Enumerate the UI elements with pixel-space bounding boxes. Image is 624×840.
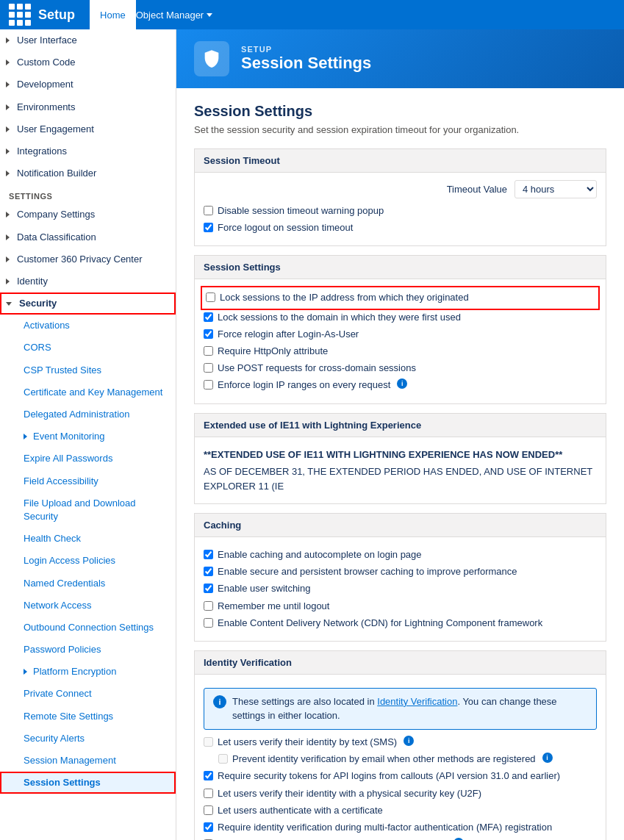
- ie11-header: Extended use of IE11 with Lightning Expe…: [194, 413, 606, 437]
- page-header-text: SETUP Session Settings: [241, 45, 371, 73]
- enable-user-switching-row: Enable user switching: [204, 582, 597, 595]
- enforce-ip-info-icon[interactable]: i: [397, 378, 407, 389]
- force-relogin-label: Force relogin after Login-As-User: [218, 328, 359, 341]
- remember-me-label: Remember me until logout: [218, 600, 329, 613]
- sidebar-item-activations[interactable]: Activations: [0, 315, 176, 337]
- enable-cdn-checkbox[interactable]: [204, 618, 213, 628]
- sidebar-item-user-engagement[interactable]: User Engagement: [0, 118, 176, 140]
- page-header-icon: [194, 41, 229, 76]
- sidebar-item-named-credentials[interactable]: Named Credentials: [0, 572, 176, 595]
- enable-user-switching-label: Enable user switching: [218, 582, 310, 595]
- remember-me-row: Remember me until logout: [204, 600, 597, 613]
- prevent-email-info-icon[interactable]: i: [542, 753, 553, 763]
- tab-object-manager[interactable]: Object Manager: [136, 10, 213, 21]
- tab-home[interactable]: Home: [90, 0, 136, 29]
- app-grid-icon[interactable]: [9, 4, 31, 26]
- verify-sms-checkbox[interactable]: [204, 737, 213, 747]
- disable-warning-row: Disable session timeout warning popup: [204, 204, 597, 218]
- sidebar-item-remote-site[interactable]: Remote Site Settings: [0, 706, 176, 728]
- require-tokens-row: Require security tokens for API logins f…: [204, 769, 597, 783]
- chevron-right-icon: [6, 60, 10, 65]
- sidebar-item-session-settings[interactable]: Session Settings: [0, 772, 176, 794]
- lock-ip-row: Lock sessions to the IP address from whi…: [204, 289, 597, 306]
- shield-icon: [201, 49, 222, 69]
- sidebar-item-outbound-conn[interactable]: Outbound Connection Settings: [0, 617, 176, 639]
- enable-caching-label: Enable caching and autocomplete on login…: [218, 548, 422, 561]
- session-settings-body: Lock sessions to the IP address from whi…: [194, 279, 606, 403]
- enable-user-switching-checkbox[interactable]: [204, 584, 213, 593]
- lock-ip-checkbox[interactable]: [206, 292, 215, 302]
- sidebar-item-health-check[interactable]: Health Check: [0, 528, 176, 550]
- verify-u2f-label: Let users verify their identity with a p…: [218, 787, 481, 800]
- sidebar-item-security[interactable]: Security: [0, 292, 176, 315]
- timeout-row: Timeout Value 15 minutes 30 minutes 1 ho…: [204, 180, 597, 198]
- ie11-body: **EXTENDED USE OF IE11 WITH LIGHTNING EX…: [194, 437, 606, 505]
- sidebar-item-cors[interactable]: CORS: [0, 337, 176, 359]
- sidebar-item-field-accessibility[interactable]: Field Accessibility: [0, 470, 176, 492]
- require-httponly-checkbox[interactable]: [204, 346, 213, 356]
- force-relogin-row: Force relogin after Login-As-User: [204, 328, 597, 341]
- verify-sms-label: Let users verify their identity by text …: [218, 736, 397, 749]
- sidebar-item-user-interface[interactable]: User Interface: [0, 29, 176, 51]
- sidebar-item-file-upload[interactable]: File Upload and Download Security: [0, 492, 176, 528]
- force-relogin-checkbox[interactable]: [204, 329, 213, 339]
- sidebar-item-expire-passwords[interactable]: Expire All Passwords: [0, 448, 176, 470]
- identity-verification-link[interactable]: Identity Verification: [377, 696, 457, 707]
- timeout-select[interactable]: 15 minutes 30 minutes 1 hour 2 hours 4 h…: [514, 180, 597, 198]
- require-mfa-checkbox[interactable]: [204, 822, 213, 832]
- chevron-down-icon: [6, 302, 12, 306]
- prevent-email-label: Prevent identity verification by email w…: [232, 753, 536, 766]
- sidebar: User Interface Custom Code Development E…: [0, 29, 176, 840]
- sidebar-item-company-settings[interactable]: Company Settings: [0, 204, 176, 226]
- sidebar-item-customer-360[interactable]: Customer 360 Privacy Center: [0, 248, 176, 270]
- main-content: SETUP Session Settings Session Settings …: [176, 29, 624, 840]
- sidebar-item-development[interactable]: Development: [0, 73, 176, 96]
- sidebar-item-session-management[interactable]: Session Management: [0, 750, 176, 772]
- session-settings-header: Session Settings: [194, 255, 606, 279]
- enforce-ip-label: Enforce login IP ranges on every request: [218, 378, 390, 392]
- prevent-email-row: Prevent identity verification by email w…: [218, 753, 597, 766]
- page-header-banner: SETUP Session Settings: [176, 29, 624, 88]
- prevent-email-checkbox[interactable]: [218, 754, 228, 764]
- verify-sms-info-icon[interactable]: i: [404, 736, 414, 746]
- disable-warning-checkbox[interactable]: [204, 206, 213, 215]
- sidebar-item-environments[interactable]: Environments: [0, 96, 176, 118]
- use-post-checkbox[interactable]: [204, 363, 213, 373]
- chevron-right-icon: [24, 434, 27, 439]
- sidebar-item-integrations[interactable]: Integrations: [0, 140, 176, 162]
- enable-secure-caching-label: Enable secure and persistent browser cac…: [218, 565, 517, 578]
- force-logout-checkbox[interactable]: [204, 223, 213, 232]
- sidebar-item-platform-encryption[interactable]: Platform Encryption: [0, 661, 176, 683]
- enforce-ip-checkbox[interactable]: [204, 380, 213, 390]
- enable-caching-checkbox[interactable]: [204, 550, 213, 559]
- chevron-right-icon: [6, 170, 10, 176]
- sidebar-item-login-access[interactable]: Login Access Policies: [0, 550, 176, 572]
- lock-domain-checkbox[interactable]: [204, 312, 213, 322]
- chevron-right-icon: [6, 234, 10, 240]
- sidebar-item-cert-key-mgmt[interactable]: Certificate and Key Management: [0, 381, 176, 403]
- sidebar-item-identity[interactable]: Identity: [0, 270, 176, 292]
- sidebar-item-custom-code[interactable]: Custom Code: [0, 51, 176, 73]
- sidebar-item-password-policies[interactable]: Password Policies: [0, 639, 176, 661]
- sidebar-item-private-connect[interactable]: Private Connect: [0, 683, 176, 705]
- require-httponly-label: Require HttpOnly attribute: [218, 345, 328, 358]
- sidebar-item-csp-trusted-sites[interactable]: CSP Trusted Sites: [0, 359, 176, 381]
- identity-verification-body: i These settings are also located in Ide…: [194, 674, 606, 840]
- authenticate-cert-row: Let users authenticate with a certificat…: [204, 804, 597, 817]
- verify-u2f-checkbox[interactable]: [204, 789, 213, 798]
- require-tokens-checkbox[interactable]: [204, 771, 213, 780]
- authenticate-cert-checkbox[interactable]: [204, 805, 213, 815]
- remember-me-checkbox[interactable]: [204, 601, 213, 611]
- chevron-right-icon: [6, 148, 10, 154]
- enable-secure-caching-checkbox[interactable]: [204, 567, 213, 576]
- sidebar-item-notification-builder[interactable]: Notification Builder: [0, 162, 176, 184]
- sidebar-item-data-classification[interactable]: Data Classification: [0, 226, 176, 248]
- settings-section-label: SETTINGS: [0, 184, 176, 204]
- use-post-row: Use POST requests for cross-domain sessi…: [204, 362, 597, 375]
- page-title-banner: Session Settings: [241, 54, 371, 73]
- sidebar-item-event-monitoring[interactable]: Event Monitoring: [0, 426, 176, 448]
- chevron-right-icon: [24, 669, 27, 675]
- sidebar-item-delegated-admin[interactable]: Delegated Administration: [0, 403, 176, 426]
- sidebar-item-network-access[interactable]: Network Access: [0, 595, 176, 617]
- sidebar-item-security-alerts[interactable]: Security Alerts: [0, 728, 176, 750]
